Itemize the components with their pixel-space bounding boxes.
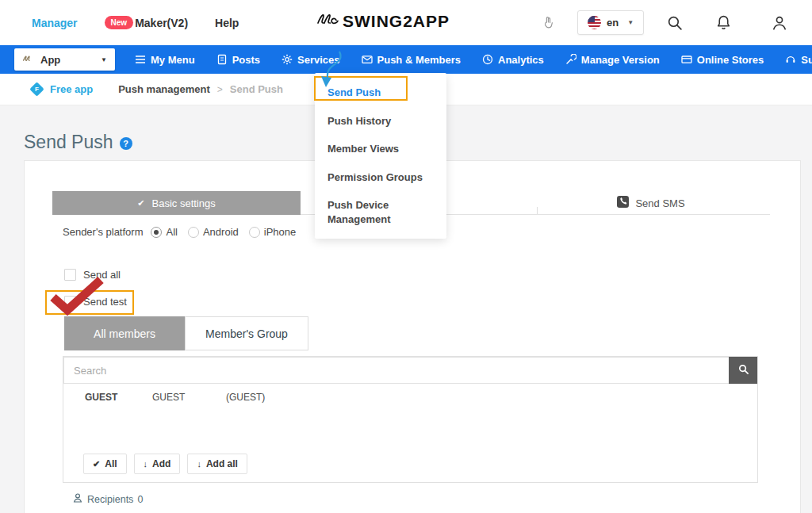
chevron-down-icon: ▼	[627, 19, 634, 26]
menu-item-push-history[interactable]: Push History	[315, 107, 446, 136]
sender-platform-row: Sender's platform All Android iPhone	[63, 226, 296, 238]
nav-item-support[interactable]: Support	[785, 54, 812, 66]
member-nickname: GUEST	[152, 392, 185, 403]
radio-iphone-control[interactable]	[249, 227, 260, 238]
nav-item-services[interactable]: Services	[282, 54, 340, 66]
tab-all-members[interactable]: All members	[64, 316, 185, 350]
platform-radio-group: All Android iPhone	[151, 226, 296, 238]
help-question-icon[interactable]: ?	[120, 137, 132, 150]
free-app-badge[interactable]: F Free app	[32, 83, 93, 95]
hand-icon	[542, 0, 554, 45]
manager-link[interactable]: Manager	[32, 17, 78, 29]
nav-item-push-members[interactable]: Push & Members	[362, 54, 461, 66]
recipients-count: 0	[137, 494, 143, 505]
nav-item-online-stores[interactable]: Online Stores	[681, 54, 764, 66]
radio-all-label: All	[166, 226, 177, 238]
send-all-checkbox[interactable]	[64, 269, 76, 281]
posts-icon	[216, 54, 228, 65]
select-all-button[interactable]: ✔ All	[83, 454, 127, 474]
free-app-icon: F	[29, 82, 44, 96]
help-link[interactable]: Help	[215, 17, 239, 29]
nav-label: Push & Members	[377, 54, 461, 66]
phone-sms-icon	[617, 196, 629, 210]
tab-send-sms[interactable]: Send SMS	[532, 191, 770, 215]
down-arrow-icon: ↓	[197, 459, 201, 469]
menu-item-send-push[interactable]: Send Push	[315, 78, 446, 107]
nav-label: Posts	[232, 54, 260, 66]
menu-item-push-device-management[interactable]: Push Device Management	[315, 191, 446, 233]
tab-basic-settings-label: Basic settings	[152, 197, 216, 209]
radio-android-control[interactable]	[188, 227, 199, 238]
top-header: Manager New Maker(V2) Help SWING2APP	[0, 0, 812, 45]
add-button[interactable]: ↓ Add	[134, 454, 181, 474]
menu-item-member-views[interactable]: Member Views	[315, 135, 446, 163]
screen: Manager New Maker(V2) Help SWING2APP	[0, 0, 812, 513]
recipients-label: Recipients	[87, 494, 133, 505]
radio-android-label: Android	[203, 226, 239, 238]
add-label: Add	[152, 458, 170, 469]
page-title-text: Send Push	[24, 132, 113, 153]
tab-members-group-label: Member's Group	[205, 327, 288, 340]
page-title: Send Push ?	[24, 132, 132, 153]
nav-label: Manage Version	[581, 54, 660, 66]
tab-all-members-label: All members	[94, 327, 155, 340]
logo[interactable]: SWING2APP	[316, 11, 450, 31]
card-icon	[681, 54, 692, 65]
nav-label: Services	[297, 54, 340, 66]
app-selector[interactable]: App ▼	[14, 48, 115, 71]
tab-members-group[interactable]: Member's Group	[185, 316, 308, 350]
main-nav: App ▼ My Menu Posts Services Push & Memb…	[0, 45, 812, 74]
nav-item-manage-version[interactable]: Manage Version	[565, 54, 660, 66]
nav-label: Online Stores	[697, 54, 764, 66]
nav-items: My Menu Posts Services Push & Members An…	[135, 54, 812, 66]
check-icon: ✔	[93, 459, 100, 469]
add-all-button[interactable]: ↓ Add all	[187, 454, 247, 474]
logo-text: SWING2APP	[343, 12, 450, 31]
add-all-label: Add all	[206, 458, 238, 469]
notifications-bell-icon[interactable]	[715, 0, 732, 45]
search-icon[interactable]	[666, 0, 683, 45]
member-search-panel: GUEST GUEST (GUEST) ✔ All ↓ Add ↓ Add al…	[63, 356, 758, 483]
send-test-checkbox[interactable]	[64, 296, 76, 308]
nav-label: Support	[801, 54, 812, 66]
language-selector[interactable]: en ▼	[577, 0, 644, 45]
send-all-label: Send all	[83, 269, 121, 281]
wrench-icon	[565, 54, 576, 65]
check-icon: ✔	[137, 198, 144, 209]
magnifier-icon	[737, 363, 749, 377]
menu-item-permission-groups[interactable]: Permission Groups	[315, 163, 446, 192]
maker-label: Maker(V2)	[135, 17, 188, 29]
header-nav: Manager New Maker(V2) Help	[32, 0, 239, 45]
logo-swirl-icon	[316, 11, 339, 31]
radio-all-control[interactable]	[151, 227, 162, 238]
select-all-label: All	[105, 458, 117, 469]
us-flag-icon	[588, 16, 601, 29]
tab-basic-settings[interactable]: ✔ Basic settings	[52, 191, 301, 215]
nav-label: My Menu	[151, 54, 195, 66]
radio-android[interactable]: Android	[188, 226, 239, 238]
new-badge: New	[105, 16, 134, 29]
nav-item-posts[interactable]: Posts	[216, 54, 260, 66]
chevron-down-icon: ▼	[101, 56, 107, 63]
menu-icon	[135, 54, 146, 65]
recipients-status: Recipients 0	[72, 492, 143, 506]
send-all-checkbox-row[interactable]: Send all	[64, 269, 121, 281]
breadcrumb-separator: >	[217, 84, 223, 95]
member-row[interactable]: GUEST GUEST (GUEST)	[63, 392, 757, 408]
radio-all[interactable]: All	[151, 226, 177, 238]
search-button[interactable]	[729, 357, 757, 384]
gear-icon	[282, 54, 293, 65]
send-test-label: Send test	[83, 296, 127, 308]
search-input[interactable]	[63, 357, 730, 384]
nav-item-my-menu[interactable]: My Menu	[135, 54, 195, 66]
analytics-icon	[482, 54, 493, 65]
person-icon	[72, 492, 83, 506]
account-icon[interactable]	[771, 0, 788, 45]
nav-label: Analytics	[498, 54, 544, 66]
breadcrumb-current: Send Push	[230, 83, 283, 95]
maker-link[interactable]: New Maker(V2)	[105, 16, 188, 29]
radio-iphone[interactable]: iPhone	[249, 226, 296, 238]
push-members-dropdown: Send Push Push History Member Views Perm…	[315, 73, 446, 239]
send-test-checkbox-row[interactable]: Send test	[64, 296, 127, 308]
nav-item-analytics[interactable]: Analytics	[482, 54, 544, 66]
